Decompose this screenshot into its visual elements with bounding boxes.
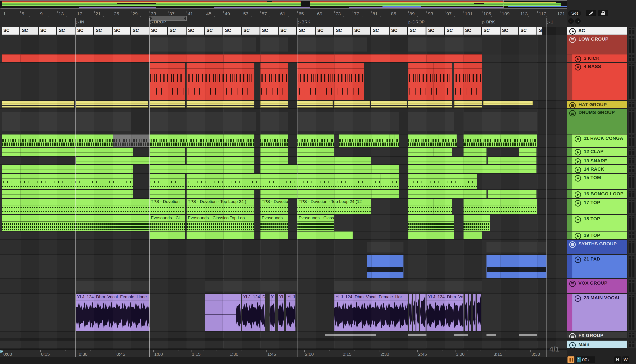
clip[interactable] [473, 294, 475, 331]
bar-ruler[interactable]: 1591317212529333741454953576165697377818… [0, 9, 567, 18]
scene-cell[interactable]: SC [187, 27, 205, 34]
clip[interactable] [488, 190, 536, 198]
locator-brk[interactable]: ▷BRK [482, 20, 495, 24]
clip[interactable] [76, 101, 148, 108]
group-fold-icon[interactable] [569, 333, 576, 338]
clip[interactable] [2, 165, 133, 173]
clip[interactable] [187, 174, 399, 189]
unfold-track-icon[interactable] [575, 216, 581, 223]
clip[interactable]: TPS - Devotion - Top Loop 24 ( [187, 199, 254, 214]
clip[interactable] [260, 190, 399, 198]
clip[interactable] [463, 215, 490, 231]
clip[interactable] [260, 148, 288, 156]
track-header-synths-group[interactable]: SYNTHS GROUP [567, 240, 627, 254]
scene-cell[interactable]: SC [408, 27, 426, 34]
track-play-icon[interactable] [575, 158, 581, 164]
clip[interactable] [486, 334, 496, 336]
scene-cell[interactable]: SC [297, 27, 315, 34]
track-header-vox-group[interactable]: VOX GROUP [567, 279, 627, 293]
scene-cell[interactable]: SC [39, 27, 57, 34]
scene-cell[interactable]: SC [20, 27, 38, 34]
clip[interactable] [260, 157, 288, 164]
track-header-fx-group[interactable]: FX GROUP [567, 332, 627, 338]
arrangement-overview[interactable] [0, 0, 636, 9]
track-play-icon[interactable] [575, 149, 581, 156]
clip[interactable] [367, 255, 404, 278]
scene-cell[interactable]: SC [76, 27, 94, 34]
clip[interactable] [469, 294, 471, 331]
scene-cell[interactable]: SC [94, 27, 112, 34]
scene-cell[interactable]: SC [168, 27, 186, 34]
track-play-icon[interactable] [575, 191, 581, 198]
clip[interactable] [187, 190, 254, 198]
clip[interactable] [187, 101, 254, 108]
scene-cell[interactable]: SC [445, 27, 463, 34]
locator-1[interactable]: ▷1 [547, 20, 553, 24]
locator-brk[interactable]: ▷BRK [298, 20, 310, 24]
clip[interactable]: YLJ_124_Dbm_Vo [426, 294, 463, 331]
track-header-top17[interactable]: 17 TOP [572, 199, 627, 214]
unfold-track-icon[interactable] [575, 136, 581, 142]
clip[interactable] [463, 134, 537, 147]
clip[interactable] [150, 190, 185, 198]
scene-cell[interactable]: SC [150, 27, 168, 34]
clip[interactable] [187, 232, 254, 239]
track-header-conga[interactable]: 11 RACK CONGA [572, 134, 627, 147]
scene-cell[interactable]: SC [2, 27, 20, 34]
group-fold-icon[interactable] [569, 241, 576, 248]
clip[interactable]: YLJ_124_D [242, 294, 265, 331]
track-play-icon[interactable] [575, 166, 581, 173]
clip[interactable] [260, 232, 288, 239]
clip[interactable] [408, 174, 477, 189]
scene-cell[interactable]: SC [482, 27, 500, 34]
clip[interactable] [150, 63, 185, 100]
track-lane-sc[interactable]: SCSCSCSCSCSCSCSCSCSCSCSCSCSCSCSCSCSCSCSC… [0, 27, 542, 34]
track-header-bass[interactable]: 4 BASS [572, 63, 627, 100]
clip[interactable] [519, 334, 537, 336]
clip[interactable] [297, 157, 371, 164]
lock-button[interactable] [598, 10, 608, 16]
clip[interactable] [339, 134, 399, 147]
clip[interactable] [463, 232, 482, 239]
unfold-track-icon[interactable] [575, 256, 581, 263]
clip[interactable] [477, 294, 481, 331]
clip[interactable] [334, 101, 370, 108]
clip[interactable]: YLJ_124_Dbm_Vocal_Female_Hone [76, 294, 150, 331]
clip[interactable]: YLJ_124_Dbm_Vocal_Female_Hor [334, 294, 408, 331]
track-header-top19[interactable]: 19 TOP [572, 232, 627, 239]
clip[interactable] [187, 148, 254, 156]
scene-cell[interactable]: SC [390, 27, 408, 34]
locator-drop[interactable]: ▷DROP [409, 20, 425, 24]
clip[interactable] [416, 294, 419, 331]
scene-cell[interactable]: SC [279, 27, 297, 34]
unfold-track-icon[interactable] [575, 295, 581, 302]
draw-mode-button[interactable] [586, 10, 596, 16]
clip[interactable] [260, 101, 288, 108]
clip[interactable] [454, 334, 468, 336]
track-header-kick[interactable]: 3 KICK [572, 54, 627, 62]
clip[interactable]: YLJ [278, 294, 284, 331]
clip[interactable]: Evosounds - [260, 215, 288, 231]
clip[interactable] [150, 157, 185, 164]
clip[interactable] [408, 157, 487, 164]
unfold-track-icon[interactable] [575, 200, 581, 206]
track-header-sc[interactable]: SC [567, 27, 627, 34]
set-locator-button[interactable]: Set [568, 10, 581, 16]
scene-cell[interactable]: SC [242, 27, 260, 34]
track-play-icon[interactable] [575, 56, 581, 62]
clip[interactable]: Evosounds - Classico [297, 215, 334, 231]
clip[interactable] [408, 165, 536, 173]
track-header-drums-group[interactable]: DRUMS GROUP [567, 108, 627, 134]
track-header-main[interactable]: Main [567, 340, 627, 348]
clip[interactable] [150, 134, 254, 147]
clip[interactable] [113, 134, 150, 147]
clip[interactable] [187, 157, 254, 164]
track-play-icon[interactable] [569, 342, 576, 348]
clip[interactable] [297, 148, 334, 156]
clip[interactable] [297, 63, 364, 100]
clip[interactable] [297, 232, 353, 239]
clip[interactable] [2, 174, 133, 189]
clip[interactable] [486, 255, 546, 278]
track-height-button[interactable]: H [614, 356, 621, 363]
clip[interactable] [465, 294, 467, 331]
